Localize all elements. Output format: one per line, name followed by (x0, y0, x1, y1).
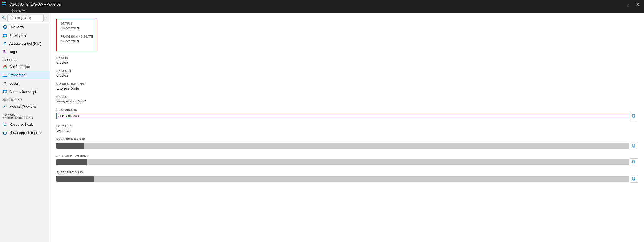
data-in-value: 0 bytes (56, 60, 637, 64)
provisioning-section: PROVISIONING STATE Succeeded (61, 35, 93, 43)
svg-point-5 (4, 27, 6, 28)
svg-point-10 (4, 51, 5, 52)
resource-group-copy-button[interactable] (630, 142, 637, 149)
resource-group-dark (56, 143, 84, 149)
provisioning-label: PROVISIONING STATE (61, 35, 93, 38)
sidebar-label-access-control: Access control (IAM) (9, 42, 41, 46)
main-layout: 🔍 ‹ Overview Activity l (0, 13, 644, 242)
title-bar: CS-Customer-EXr-GW – Properties — ✕ (0, 0, 644, 9)
subscription-id-row (56, 175, 637, 183)
resource-id-copy-button[interactable] (630, 112, 637, 120)
circuit-section: CIRCUIT wus-pvtpvw-Cust2 (56, 95, 637, 103)
automation-script-icon (3, 90, 7, 94)
status-value: Succeeded (61, 26, 93, 30)
resource-group-bar (56, 143, 629, 149)
copy-icon-si (632, 177, 636, 181)
sub-id-light (94, 176, 629, 182)
subscription-name-label: SUBSCRIPTION NAME (56, 154, 637, 157)
sidebar-label-configuration: Configuration (9, 65, 30, 69)
svg-rect-1 (4, 2, 6, 3)
resource-id-label: RESOURCE ID (56, 108, 637, 111)
sidebar: 🔍 ‹ Overview Activity l (0, 13, 50, 242)
status-section: STATUS Succeeded (61, 22, 93, 30)
activity-log-icon (3, 33, 7, 38)
sidebar-item-access-control[interactable]: Access control (IAM) (0, 40, 50, 48)
copy-icon-sn (632, 160, 636, 164)
content-area: STATUS Succeeded PROVISIONING STATE Succ… (50, 13, 644, 242)
properties-icon (3, 73, 7, 77)
svg-rect-6 (3, 34, 7, 37)
window-title: CS-Customer-EXr-GW – Properties (9, 2, 625, 6)
sub-id-dark (56, 176, 94, 182)
subscription-name-section: SUBSCRIPTION NAME (56, 154, 637, 166)
location-label: LOCATION (56, 125, 637, 128)
sidebar-label-new-support: New support request (9, 131, 41, 135)
subscription-id-copy-button[interactable] (630, 175, 637, 183)
sidebar-item-activity-log[interactable]: Activity log (0, 31, 50, 40)
svg-rect-21 (632, 144, 635, 146)
sub-header: Connection (0, 9, 644, 13)
subscription-id-label: SUBSCRIPTION ID (56, 171, 637, 174)
svg-rect-13 (4, 83, 6, 85)
sidebar-item-locks[interactable]: Locks (0, 79, 50, 88)
svg-rect-0 (2, 2, 4, 3)
resource-group-section: RESOURCE GROUP (56, 138, 637, 149)
sidebar-label-metrics: Metrics (Preview) (9, 105, 36, 109)
metrics-icon (3, 104, 7, 109)
resource-id-row (56, 112, 637, 120)
locks-icon (3, 81, 7, 86)
sidebar-label-overview: Overview (9, 25, 24, 29)
sidebar-item-metrics[interactable]: Metrics (Preview) (0, 102, 50, 111)
search-input[interactable] (7, 15, 44, 21)
resource-group-label: RESOURCE GROUP (56, 138, 637, 141)
subscription-name-row (56, 158, 637, 166)
resource-id-section: RESOURCE ID (56, 108, 637, 120)
svg-rect-19 (632, 114, 635, 117)
sidebar-item-resource-health[interactable]: Resource health (0, 120, 50, 129)
status-label: STATUS (61, 22, 93, 25)
window-controls[interactable]: — ✕ (625, 1, 642, 8)
svg-rect-23 (632, 161, 635, 163)
resource-health-icon (3, 122, 7, 127)
sidebar-label-resource-health: Resource health (9, 123, 35, 127)
subscription-id-bar (56, 176, 629, 182)
location-section: LOCATION West US (56, 125, 637, 133)
data-out-label: DATA OUT (56, 69, 637, 72)
search-icon: 🔍 (2, 16, 6, 20)
sidebar-item-automation-script[interactable]: Automation script (0, 88, 50, 96)
app-icon (2, 2, 7, 7)
minimize-button[interactable]: — (625, 1, 633, 8)
access-control-icon (3, 41, 7, 46)
sidebar-item-overview[interactable]: Overview (0, 23, 50, 31)
settings-section-label: SETTINGS (0, 56, 50, 63)
data-out-value: 0 bytes (56, 73, 637, 77)
svg-rect-2 (2, 4, 4, 5)
new-support-icon (3, 131, 7, 135)
resource-id-input[interactable] (56, 113, 629, 119)
support-section-label: SUPPORT + TROUBLESHOOTING (0, 111, 50, 120)
sidebar-search-area: 🔍 ‹ (0, 13, 50, 23)
tags-icon (3, 50, 7, 54)
connection-type-label: CONNECTION TYPE (56, 82, 637, 85)
overview-icon (3, 25, 7, 29)
sidebar-label-automation-script: Automation script (9, 90, 36, 94)
data-in-label: DATA IN (56, 56, 637, 59)
circuit-label: CIRCUIT (56, 95, 637, 98)
resource-group-row (56, 142, 637, 149)
sidebar-item-tags[interactable]: Tags (0, 48, 50, 56)
subscription-id-section: SUBSCRIPTION ID (56, 171, 637, 183)
sidebar-item-configuration[interactable]: Configuration (0, 63, 50, 71)
location-value: West US (56, 129, 637, 133)
close-button[interactable]: ✕ (634, 1, 642, 8)
sub-name-dark (56, 159, 87, 165)
sidebar-item-properties[interactable]: Properties (0, 71, 50, 79)
status-provisioning-box: STATUS Succeeded PROVISIONING STATE Succ… (56, 19, 97, 51)
configuration-icon (3, 65, 7, 69)
sidebar-item-new-support[interactable]: New support request (0, 129, 50, 137)
data-in-section: DATA IN 0 bytes (56, 56, 637, 64)
subscription-name-copy-button[interactable] (630, 158, 637, 166)
sidebar-label-properties: Properties (9, 73, 25, 77)
collapse-button[interactable]: ‹ (45, 15, 47, 21)
sub-name-light (87, 159, 629, 165)
data-out-section: DATA OUT 0 bytes (56, 69, 637, 77)
